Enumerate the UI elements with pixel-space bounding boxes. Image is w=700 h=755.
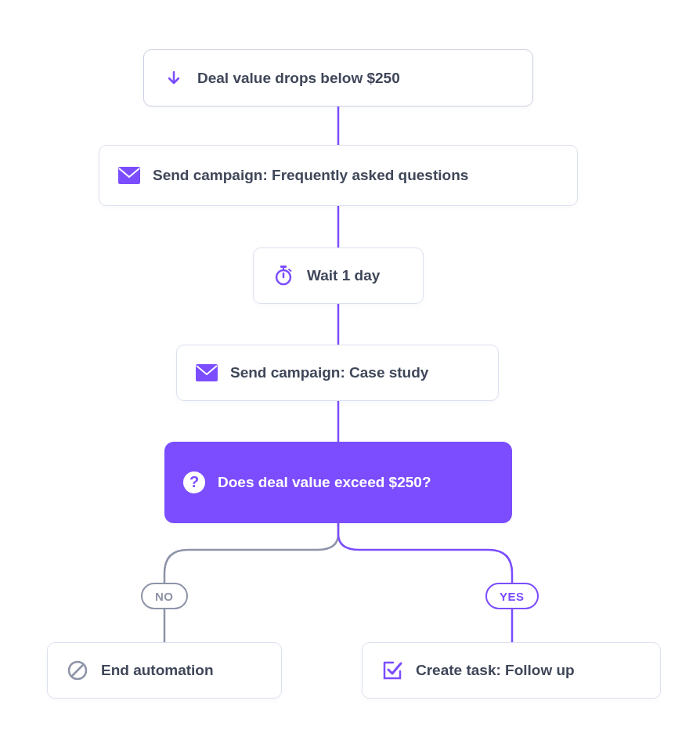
wait-label: Wait 1 day bbox=[307, 267, 380, 284]
action-node-send-campaign-1[interactable]: Send campaign: Frequently asked question… bbox=[99, 145, 578, 206]
action-label: Send campaign: Frequently asked question… bbox=[153, 167, 468, 184]
trigger-node[interactable]: Deal value drops below $250 bbox=[143, 49, 533, 107]
create-task-node[interactable]: Create task: Follow up bbox=[362, 642, 661, 699]
trigger-label: Deal value drops below $250 bbox=[197, 70, 400, 87]
wait-node[interactable]: Wait 1 day bbox=[253, 247, 424, 304]
branch-pill-no: NO bbox=[141, 583, 188, 609]
mail-icon bbox=[118, 164, 140, 186]
timer-icon bbox=[272, 265, 294, 287]
svg-line-9 bbox=[289, 269, 291, 271]
end-label: End automation bbox=[101, 662, 214, 679]
svg-rect-5 bbox=[280, 266, 287, 268]
question-icon: ? bbox=[183, 471, 205, 493]
check-box-icon bbox=[381, 659, 403, 681]
pill-no-label: NO bbox=[155, 590, 174, 603]
svg-text:?: ? bbox=[189, 473, 199, 490]
arrow-down-icon bbox=[163, 67, 185, 89]
action-node-send-campaign-2[interactable]: Send campaign: Case study bbox=[176, 345, 499, 401]
condition-label: Does deal value exceed $250? bbox=[218, 474, 431, 491]
condition-node[interactable]: ? Does deal value exceed $250? bbox=[164, 442, 512, 523]
branch-pill-yes: YES bbox=[485, 583, 539, 609]
svg-rect-10 bbox=[196, 364, 218, 381]
task-label: Create task: Follow up bbox=[416, 662, 575, 679]
automation-flow-canvas: Deal value drops below $250 Send campaig… bbox=[0, 0, 700, 755]
end-automation-node[interactable]: End automation bbox=[47, 642, 282, 699]
svg-rect-4 bbox=[118, 167, 140, 184]
action-label: Send campaign: Case study bbox=[230, 364, 428, 381]
svg-line-14 bbox=[72, 665, 84, 677]
stop-icon bbox=[67, 659, 88, 681]
mail-icon bbox=[196, 362, 218, 384]
pill-yes-label: YES bbox=[500, 590, 525, 603]
